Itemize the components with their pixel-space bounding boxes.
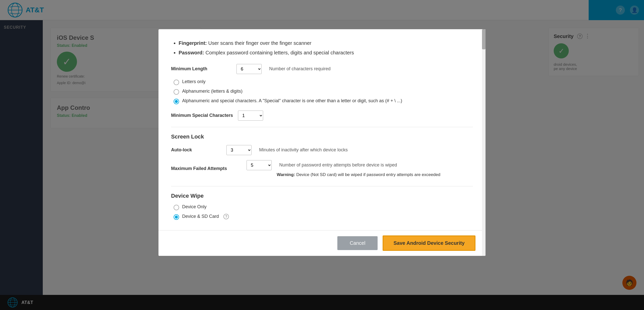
save-android-security-button[interactable]: Save Android Device Security [383, 235, 475, 251]
autolock-label: Auto-lock [171, 147, 221, 153]
radio-letters-only[interactable]: Letters only [174, 79, 473, 85]
divider-2 [171, 186, 473, 186]
max-failed-row: Maximum Failed Attempts 3 4 5 6 7 8 10 [171, 160, 473, 177]
password-label: Password: [179, 50, 204, 55]
device-sd-help-icon[interactable]: ? [223, 214, 229, 219]
autolock-hint: Minutes of inactivity after which device… [259, 147, 348, 153]
password-item: Password: Complex password containing le… [179, 49, 473, 56]
radio-device-only[interactable]: Device Only [174, 204, 473, 210]
radio-device-sd-card[interactable]: Device & SD Card ? [174, 214, 473, 220]
modal-scrollbar-thumb [482, 29, 486, 49]
radio-device-only-label: Device Only [182, 204, 207, 210]
modal-scrollbar[interactable] [482, 29, 486, 256]
divider-1 [171, 127, 473, 127]
max-failed-select[interactable]: 3 4 5 6 7 8 10 [247, 160, 272, 170]
radio-letters-only-label: Letters only [182, 79, 206, 84]
modal-overlay: Fingerprint: User scans their finger ove… [0, 0, 644, 310]
device-wipe-title: Device Wipe [171, 193, 473, 199]
radio-device-only-circle [174, 205, 179, 210]
radio-device-sd-card-circle [174, 214, 179, 220]
minimum-length-hint: Number of characters required [269, 66, 331, 72]
fingerprint-item: Fingerprint: User scans their finger ove… [179, 39, 473, 47]
screen-lock-title: Screen Lock [171, 133, 473, 140]
modal-footer: Cancel Save Android Device Security [158, 230, 486, 256]
max-failed-warning: Warning: Device (Not SD card) will be wi… [277, 172, 440, 177]
device-wipe-radio-group: Device Only Device & SD Card ? [174, 204, 473, 220]
autolock-row: Auto-lock 1 2 3 5 10 15 30 Minutes of in… [171, 145, 473, 155]
radio-alphanumeric-special-label: Alphanumeric and special characters. A "… [182, 98, 402, 104]
min-special-select[interactable]: 0 1 2 3 4 [238, 111, 263, 121]
modal-body: Fingerprint: User scans their finger ove… [158, 29, 486, 230]
minimum-length-label: Minimum Length [171, 66, 231, 72]
password-type-list: Fingerprint: User scans their finger ove… [171, 39, 473, 56]
password-type-radio-group: Letters only Alphanumeric (letters & dig… [174, 79, 473, 104]
radio-alphanumeric-circle [174, 89, 179, 95]
device-wipe-section: Device Wipe Device Only Device & SD Card… [171, 193, 473, 220]
radio-device-sd-card-label: Device & SD Card [182, 214, 219, 219]
radio-alphanumeric-special[interactable]: Alphanumeric and special characters. A "… [174, 98, 473, 104]
cancel-button[interactable]: Cancel [337, 236, 378, 250]
max-failed-label: Maximum Failed Attempts [171, 166, 242, 171]
radio-alphanumeric-label: Alphanumeric (letters & digits) [182, 89, 243, 94]
password-text: Complex password containing letters, dig… [206, 50, 354, 55]
radio-alphanumeric-special-circle [174, 99, 179, 104]
min-special-label: Minimum Special Characters [171, 113, 233, 118]
max-failed-hint: Number of password entry attempts before… [279, 162, 397, 168]
radio-letters-only-circle [174, 80, 179, 85]
screen-lock-section: Screen Lock Auto-lock 1 2 3 5 10 15 30 M… [171, 133, 473, 177]
autolock-select[interactable]: 1 2 3 5 10 15 30 [226, 145, 252, 155]
min-special-row: Minimum Special Characters 0 1 2 3 4 [171, 111, 473, 121]
minimum-length-select[interactable]: 4 5 6 7 8 10 12 [236, 64, 262, 74]
android-security-modal: Fingerprint: User scans their finger ove… [158, 29, 486, 256]
fingerprint-text: User scans their finger over the finger … [208, 40, 311, 46]
warning-text: Device (Not SD card) will be wiped if pa… [296, 172, 440, 177]
radio-alphanumeric[interactable]: Alphanumeric (letters & digits) [174, 89, 473, 95]
fingerprint-label: Fingerprint: [179, 40, 207, 46]
warning-label: Warning: [277, 172, 295, 177]
minimum-length-row: Minimum Length 4 5 6 7 8 10 12 Number of… [171, 64, 473, 74]
